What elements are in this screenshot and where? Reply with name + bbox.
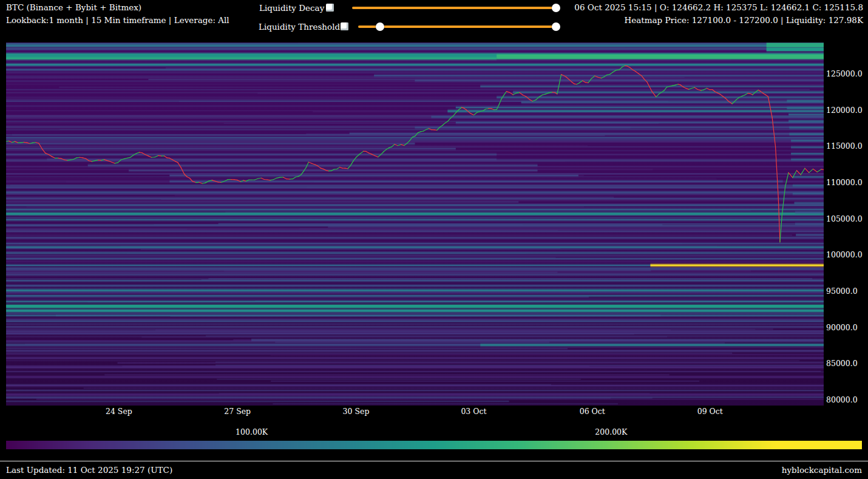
- footer-divider: [0, 461, 868, 461]
- colorbar-tick-label: 200.00K: [595, 427, 627, 437]
- time-axis-label: 30 Sep: [343, 407, 370, 416]
- liquidity-heatmap-canvas[interactable]: [6, 42, 824, 406]
- time-axis-label: 03 Oct: [461, 407, 486, 416]
- time-axis-label: 27 Sep: [224, 407, 251, 416]
- price-axis-label: 85000.0: [826, 359, 858, 368]
- price-axis-label: 125000.0: [826, 69, 863, 78]
- liquidity-threshold-slider-knob-low[interactable]: [376, 22, 384, 31]
- time-axis: 24 Sep27 Sep30 Sep03 Oct06 Oct09 Oct: [6, 407, 824, 418]
- liquidity-threshold-label: Liquidity Threshold: [259, 22, 340, 32]
- time-axis-label: 09 Oct: [697, 407, 723, 416]
- liquidity-threshold-slider-knob-high[interactable]: [552, 22, 560, 31]
- heatmap-price-readout: Heatmap Price: 127100.0 - 127200.0 | Liq…: [625, 15, 863, 25]
- liquidity-decay-slider-knob[interactable]: [552, 4, 560, 12]
- price-axis-label: 120000.0: [826, 106, 863, 115]
- colorbar-tick-labels: 100.00K200.00K: [6, 427, 862, 437]
- time-axis-label: 24 Sep: [106, 407, 132, 416]
- price-axis-label: 90000.0: [826, 323, 858, 332]
- lookback-settings: Lookback:1 month | 15 Min timeframe | Le…: [6, 15, 229, 25]
- price-axis-label: 80000.0: [826, 395, 858, 404]
- time-axis-label: 06 Oct: [580, 407, 605, 416]
- price-axis-label: 105000.0: [826, 214, 863, 223]
- ohlc-readout: 06 Oct 2025 15:15 | O: 124662.2 H: 12537…: [574, 2, 863, 12]
- liquidity-decay-slider-track[interactable]: [352, 7, 556, 9]
- last-updated-text: Last Updated: 11 Oct 2025 19:27 (UTC): [6, 465, 172, 475]
- symbol-title: BTC (Binance + Bybit + Bitmex): [6, 2, 141, 12]
- site-name: hyblockcapital.com: [782, 465, 862, 475]
- liquidity-decay-label: Liquidity Decay: [259, 3, 324, 13]
- price-axis-label: 95000.0: [826, 287, 858, 296]
- price-axis-label: 100000.0: [826, 250, 863, 259]
- price-axis-label: 115000.0: [826, 141, 863, 151]
- liquidity-decay-icon[interactable]: [326, 4, 334, 12]
- liquidity-colorbar: [6, 441, 862, 449]
- colorbar-tick-label: 100.00K: [236, 427, 268, 437]
- liquidity-threshold-slider-track[interactable]: [358, 25, 556, 28]
- price-axis-label: 110000.0: [826, 178, 863, 187]
- price-axis: 125000.0120000.0115000.0110000.0105000.0…: [826, 42, 868, 406]
- liquidity-threshold-icon[interactable]: [341, 22, 348, 30]
